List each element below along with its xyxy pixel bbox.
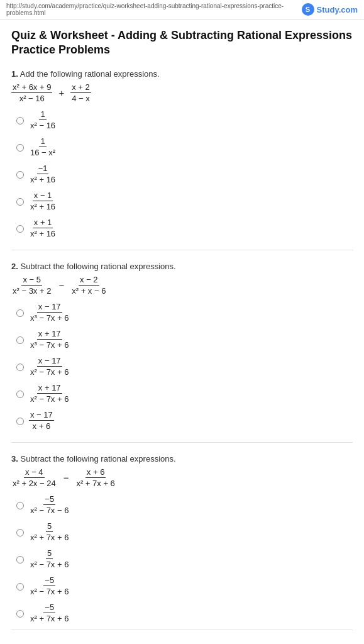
q3-opt3-den: x² − 7x + 6 <box>29 559 70 569</box>
q1-opt2-num: 1 <box>39 136 46 147</box>
q1-radio-4[interactable] <box>16 198 24 206</box>
q3-option-5[interactable]: −5 x² + 7x + 6 <box>16 602 353 623</box>
q1-radio-1[interactable] <box>16 117 24 125</box>
q1-option-4[interactable]: x − 1 x² + 16 <box>16 191 353 211</box>
q2-opt3-frac: x − 17 x² − 7x + 6 <box>29 356 70 377</box>
q3-opt4-den: x² − 7x + 6 <box>29 586 70 596</box>
divider-1 <box>11 250 353 250</box>
question-1-label: 1. Add the following rational expression… <box>11 69 353 79</box>
question-3-label: 3. Subtract the following rational expre… <box>11 454 353 464</box>
q1-frac-right: x + 2 4 − x <box>70 82 91 103</box>
q2-option-5[interactable]: x − 17 x + 6 <box>16 410 353 431</box>
q3-radio-4[interactable] <box>16 583 24 591</box>
q1-opt1-num: 1 <box>39 109 46 120</box>
q3-frac-left-num: x − 4 <box>24 467 45 478</box>
q1-opt3-den: x² + 16 <box>29 174 57 184</box>
q3-option-4[interactable]: −5 x² − 7x + 6 <box>16 575 353 596</box>
q2-frac-right-den: x² + x − 6 <box>70 286 107 296</box>
q1-frac-left: x² + 6x + 9 x² − 16 <box>11 82 52 103</box>
q2-radio-5[interactable] <box>16 418 24 425</box>
q3-opt5-frac: −5 x² + 7x + 6 <box>29 602 70 623</box>
q1-opt5-den: x² + 16 <box>29 228 57 238</box>
q1-option-5[interactable]: x + 1 x² + 16 <box>16 218 353 238</box>
question-2: 2. Subtract the following rational expre… <box>11 262 353 431</box>
q2-opt5-num: x − 17 <box>29 410 54 421</box>
q1-frac-right-den: 4 − x <box>70 93 91 103</box>
q2-opt2-num: x + 17 <box>37 329 62 340</box>
q3-option-2[interactable]: 5 x² + 7x + 6 <box>16 521 353 542</box>
q2-frac-left: x − 5 x² − 3x + 2 <box>11 275 52 296</box>
q2-option-4[interactable]: x + 17 x² − 7x + 6 <box>16 383 353 404</box>
q1-frac-left-num: x² + 6x + 9 <box>11 82 52 93</box>
q2-opt1-num: x − 17 <box>37 302 62 313</box>
q1-radio-3[interactable] <box>16 171 24 179</box>
q3-frac-left: x − 4 x² + 2x − 24 <box>11 467 57 488</box>
q3-opt5-den: x² + 7x + 6 <box>29 613 70 623</box>
q2-opt4-num: x + 17 <box>37 383 62 394</box>
q3-opt2-den: x² + 7x + 6 <box>29 532 70 542</box>
q2-radio-3[interactable] <box>16 364 24 371</box>
q1-opt4-num: x − 1 <box>33 191 53 201</box>
q3-opt2-frac: 5 x² + 7x + 6 <box>29 521 70 542</box>
q2-opt2-den: x³ − 7x + 6 <box>29 340 70 350</box>
q2-frac-right: x − 2 x² + x − 6 <box>70 275 107 296</box>
question-3: 3. Subtract the following rational expre… <box>11 454 353 623</box>
q2-operator: − <box>58 280 64 291</box>
q2-radio-2[interactable] <box>16 336 24 344</box>
q1-option-1[interactable]: 1 x² − 16 <box>16 109 353 130</box>
q3-radio-2[interactable] <box>16 529 24 536</box>
q2-frac-right-num: x − 2 <box>79 275 99 286</box>
url-bar: http://study.com/academy/practice/quiz-w… <box>6 3 302 16</box>
q3-operator: − <box>63 472 69 483</box>
q3-option-1[interactable]: −5 x² − 7x − 6 <box>16 494 353 515</box>
q3-opt4-frac: −5 x² − 7x + 6 <box>29 575 70 596</box>
q3-opt1-num: −5 <box>43 494 55 505</box>
q2-radio-1[interactable] <box>16 309 24 317</box>
q1-opt2-den: 16 − x² <box>29 147 57 157</box>
q2-option-3[interactable]: x − 17 x² − 7x + 6 <box>16 356 353 377</box>
q1-option-2[interactable]: 1 16 − x² <box>16 136 353 157</box>
q3-opt3-frac: 5 x² − 7x + 6 <box>29 548 70 569</box>
q3-radio-1[interactable] <box>16 502 24 509</box>
q1-frac-left-den: x² − 16 <box>18 93 46 103</box>
q2-option-1[interactable]: x − 17 x³ − 7x + 6 <box>16 302 353 323</box>
q3-opt1-frac: −5 x² − 7x − 6 <box>29 494 70 515</box>
q2-opt3-den: x² − 7x + 6 <box>29 367 70 377</box>
q3-option-3[interactable]: 5 x² − 7x + 6 <box>16 548 353 569</box>
q3-frac-right-num: x + 6 <box>85 467 106 478</box>
q3-opt1-den: x² − 7x − 6 <box>29 505 70 515</box>
q1-opt3-num: −1 <box>37 164 49 174</box>
question-1-expression: x² + 6x + 9 x² − 16 + x + 2 4 − x <box>11 82 353 103</box>
cta-section: Create your account to access this entir… <box>11 630 353 644</box>
q2-opt4-frac: x + 17 x² − 7x + 6 <box>29 383 70 404</box>
q3-frac-right-den: x² + 7x + 6 <box>75 478 116 488</box>
q1-frac-right-num: x + 2 <box>70 82 91 93</box>
q1-opt4-frac: x − 1 x² + 16 <box>29 191 57 211</box>
q1-radio-2[interactable] <box>16 144 24 152</box>
q2-opt3-num: x − 17 <box>37 356 62 367</box>
q1-option-3[interactable]: −1 x² + 16 <box>16 164 353 184</box>
question-3-options: −5 x² − 7x − 6 5 x² + 7x + 6 5 x² − 7x +… <box>16 494 353 623</box>
q1-opt5-num: x + 1 <box>33 218 53 228</box>
top-bar: http://study.com/academy/practice/quiz-w… <box>0 0 364 19</box>
q2-frac-left-num: x − 5 <box>21 275 42 286</box>
q1-opt2-frac: 1 16 − x² <box>29 136 57 157</box>
q2-opt1-den: x³ − 7x + 6 <box>29 313 70 323</box>
q3-opt5-num: −5 <box>43 602 55 613</box>
q3-opt4-num: −5 <box>43 575 55 586</box>
q1-opt3-frac: −1 x² + 16 <box>29 164 57 184</box>
logo-area: S Study.com <box>302 3 358 16</box>
q2-frac-left-den: x² − 3x + 2 <box>11 286 52 296</box>
q2-option-2[interactable]: x + 17 x³ − 7x + 6 <box>16 329 353 350</box>
q2-opt5-den: x + 6 <box>31 421 52 431</box>
q2-opt1-frac: x − 17 x³ − 7x + 6 <box>29 302 70 323</box>
q3-radio-5[interactable] <box>16 610 24 618</box>
main-content: Quiz & Worksheet - Adding & Subtracting … <box>0 19 364 644</box>
q1-radio-5[interactable] <box>16 225 24 233</box>
q3-opt2-num: 5 <box>46 521 53 532</box>
q3-opt3-num: 5 <box>46 548 53 559</box>
q3-radio-3[interactable] <box>16 556 24 564</box>
q2-radio-4[interactable] <box>16 391 24 398</box>
question-2-options: x − 17 x³ − 7x + 6 x + 17 x³ − 7x + 6 x … <box>16 302 353 431</box>
divider-2 <box>11 442 353 443</box>
